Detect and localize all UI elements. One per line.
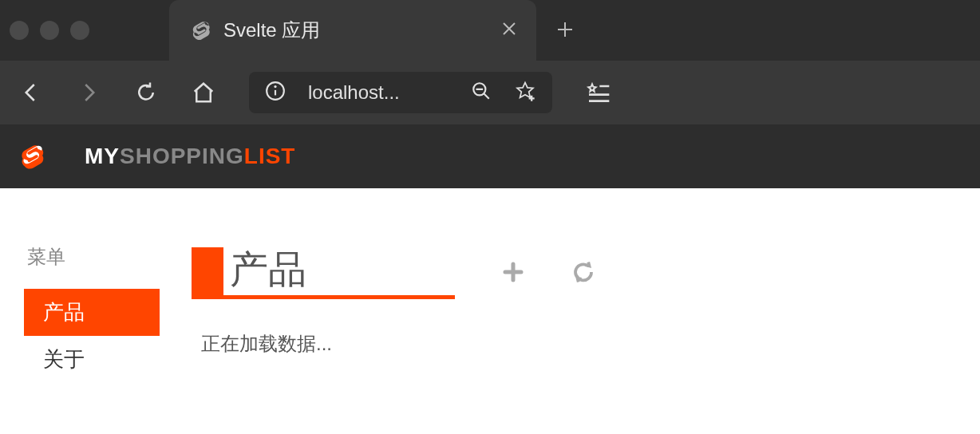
app-logo-text: MYSHOPPINGLIST	[85, 144, 295, 169]
sidebar-item-products[interactable]: 产品	[24, 289, 160, 336]
reload-button[interactable]	[134, 81, 158, 105]
window-maximize-button[interactable]	[70, 21, 89, 40]
sidebar-item-about[interactable]: 关于	[24, 336, 160, 383]
main-content: 产品 正在加载数据...	[192, 244, 956, 434]
add-button[interactable]	[501, 260, 525, 284]
tab-title: Svelte 应用	[223, 18, 488, 43]
content-header: 产品	[192, 244, 956, 299]
title-accent-block	[192, 247, 223, 295]
loading-text: 正在加载数据...	[192, 331, 956, 357]
window-close-button[interactable]	[10, 21, 29, 40]
browser-tab-bar: Svelte 应用	[0, 0, 980, 61]
app-header: MYSHOPPINGLIST	[0, 124, 980, 188]
sidebar: 菜单 产品 关于	[24, 244, 160, 434]
svg-point-1	[274, 85, 276, 88]
info-icon[interactable]	[265, 81, 286, 105]
favorite-add-icon[interactable]	[514, 80, 536, 105]
page-title-wrap: 产品	[192, 244, 455, 299]
window-controls	[10, 21, 89, 40]
favorites-list-icon[interactable]	[586, 80, 611, 105]
logo-part-my: MY	[85, 144, 120, 168]
forward-button[interactable]	[77, 81, 101, 105]
new-tab-button[interactable]	[555, 16, 575, 45]
browser-tab[interactable]: Svelte 应用	[169, 0, 536, 61]
tab-close-button[interactable]	[501, 19, 517, 41]
app-body: 菜单 产品 关于 产品 正在加载数据...	[0, 188, 980, 434]
logo-part-shopping: SHOPPING	[120, 144, 244, 168]
svelte-logo-icon	[16, 142, 45, 171]
refresh-button[interactable]	[571, 260, 595, 284]
browser-nav-bar: localhost...	[0, 61, 980, 124]
home-button[interactable]	[192, 81, 215, 105]
sidebar-header: 菜单	[24, 244, 160, 270]
back-button[interactable]	[19, 81, 43, 105]
sidebar-item-label: 关于	[43, 347, 85, 371]
svelte-favicon-icon	[188, 19, 211, 41]
window-minimize-button[interactable]	[40, 21, 59, 40]
zoom-out-icon[interactable]	[471, 81, 492, 105]
sidebar-item-label: 产品	[43, 300, 85, 324]
logo-part-list: LIST	[244, 144, 296, 168]
address-text: localhost...	[308, 81, 449, 104]
address-bar[interactable]: localhost...	[249, 72, 552, 113]
page-title: 产品	[223, 244, 306, 295]
